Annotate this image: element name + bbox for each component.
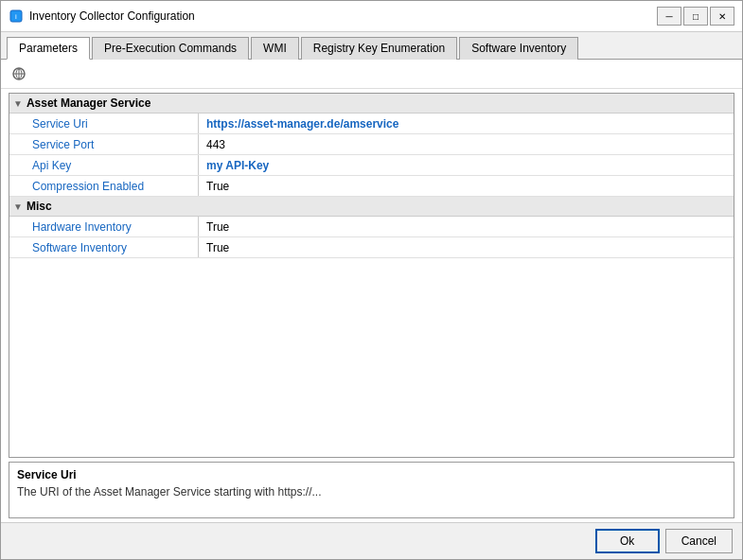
property-value-service-uri: https://asset-manager.de/amservice bbox=[199, 114, 734, 133]
property-value-compression: True bbox=[199, 176, 734, 196]
close-button[interactable]: ✕ bbox=[710, 7, 734, 26]
tab-software[interactable]: Software Inventory bbox=[459, 37, 578, 60]
property-row-api-key[interactable]: Api Key my API-Key bbox=[9, 155, 734, 176]
property-name-software-inventory: Software Inventory bbox=[9, 237, 199, 257]
window-controls: ─ □ ✕ bbox=[657, 7, 734, 26]
property-name-service-uri: Service Uri bbox=[9, 114, 199, 133]
property-name-service-port: Service Port bbox=[9, 134, 199, 154]
property-name-api-key: Api Key bbox=[9, 155, 199, 175]
property-row-service-port[interactable]: Service Port 443 bbox=[9, 134, 734, 155]
footer: Ok Cancel bbox=[1, 522, 742, 559]
property-name-compression: Compression Enabled bbox=[9, 176, 199, 196]
description-text: The URI of the Asset Manager Service sta… bbox=[17, 485, 726, 499]
section-asset-manager-service[interactable]: ▼ Asset Manager Service bbox=[9, 94, 734, 114]
property-grid: ▼ Asset Manager Service Service Uri http… bbox=[9, 93, 734, 458]
maximize-button[interactable]: □ bbox=[683, 7, 708, 26]
tabs-bar: Parameters Pre-Execution Commands WMI Re… bbox=[1, 32, 742, 60]
property-name-hardware-inventory: Hardware Inventory bbox=[9, 217, 199, 236]
property-row-hardware-inventory[interactable]: Hardware Inventory True bbox=[9, 217, 734, 237]
chevron-misc-icon: ▼ bbox=[13, 201, 23, 212]
property-value-hardware-inventory: True bbox=[199, 217, 734, 236]
window-title: Inventory Collector Configuration bbox=[29, 9, 657, 23]
toolbar bbox=[1, 60, 742, 89]
main-window: i Inventory Collector Configuration ─ □ … bbox=[0, 0, 743, 560]
content-area: ▼ Asset Manager Service Service Uri http… bbox=[1, 60, 742, 522]
tab-wmi[interactable]: WMI bbox=[251, 37, 299, 60]
chevron-icon: ▼ bbox=[13, 98, 23, 109]
property-value-service-port: 443 bbox=[199, 134, 734, 154]
property-row-compression[interactable]: Compression Enabled True bbox=[9, 176, 734, 197]
description-title: Service Uri bbox=[17, 468, 726, 481]
section-asset-manager-label: Asset Manager Service bbox=[27, 96, 150, 110]
svg-text:i: i bbox=[15, 12, 17, 21]
property-value-api-key: my API-Key bbox=[199, 155, 734, 175]
property-row-service-uri[interactable]: Service Uri https://asset-manager.de/ams… bbox=[9, 114, 734, 134]
minimize-button[interactable]: ─ bbox=[657, 7, 681, 26]
section-misc[interactable]: ▼ Misc bbox=[9, 197, 734, 217]
ok-button[interactable]: Ok bbox=[595, 529, 660, 553]
tab-parameters[interactable]: Parameters bbox=[7, 37, 90, 60]
cancel-button[interactable]: Cancel bbox=[665, 529, 733, 553]
window-icon: i bbox=[9, 9, 24, 24]
property-value-software-inventory: True bbox=[199, 237, 734, 257]
toolbar-settings-icon[interactable] bbox=[9, 63, 29, 84]
tab-pre-execution[interactable]: Pre-Execution Commands bbox=[92, 37, 249, 60]
description-panel: Service Uri The URI of the Asset Manager… bbox=[9, 462, 734, 518]
tab-registry[interactable]: Registry Key Enumeration bbox=[301, 37, 457, 60]
title-bar: i Inventory Collector Configuration ─ □ … bbox=[1, 1, 742, 32]
section-misc-label: Misc bbox=[27, 200, 52, 213]
property-row-software-inventory[interactable]: Software Inventory True bbox=[9, 237, 734, 258]
